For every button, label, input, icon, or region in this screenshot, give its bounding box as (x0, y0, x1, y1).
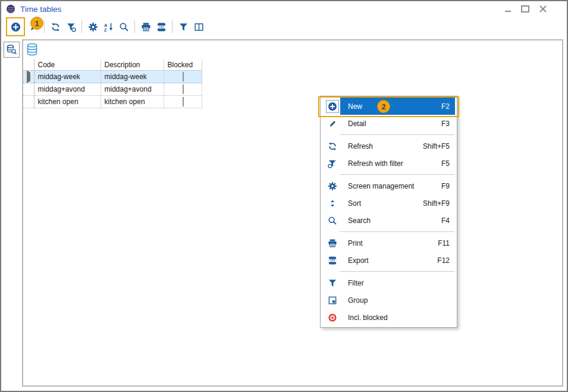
group-icon (328, 296, 337, 305)
menu-separator (340, 271, 454, 272)
blocked-checkbox[interactable] (183, 84, 184, 94)
cell-description[interactable]: middag+avond (101, 83, 164, 96)
menu-item-screen-management[interactable]: Screen managementF9 (321, 177, 457, 195)
magnifier-icon (119, 22, 129, 32)
cell-code[interactable]: middag+avond (34, 83, 101, 96)
app-window: Time tables (0, 0, 568, 392)
minimize-icon[interactable] (505, 11, 511, 12)
az-sort-icon: A Z (103, 22, 114, 32)
magnifier-icon (328, 216, 337, 225)
table-row[interactable]: kitchen open kitchen open (23, 96, 202, 108)
callout-badge-1: 1 (30, 17, 43, 30)
toolbar-separator (44, 20, 45, 33)
content-panel: Code Description Blocked middag-week mid… (22, 39, 563, 387)
plus-circle-icon (11, 22, 21, 32)
toolbar-search-button[interactable] (116, 19, 131, 35)
window-title: Time tables (20, 5, 61, 14)
columns-icon (194, 22, 204, 32)
main-area: Code Description Blocked middag-week mid… (1, 38, 567, 391)
filter-funnel-icon (328, 278, 337, 288)
cell-code[interactable]: kitchen open (34, 96, 101, 108)
row-selector-header (23, 59, 34, 71)
plus-circle-icon (326, 100, 339, 113)
menu-item-filter[interactable]: Filter (321, 274, 457, 291)
table-row[interactable]: middag-week middag-week (23, 71, 202, 83)
column-header-blocked[interactable]: Blocked (164, 59, 202, 71)
printer-icon (141, 22, 151, 32)
cell-description[interactable]: kitchen open (101, 96, 164, 108)
menu-separator (340, 231, 454, 232)
database-search-icon (6, 44, 17, 55)
svg-text:CSV: CSV (159, 26, 164, 29)
export-csv-icon: CSV (328, 256, 337, 265)
svg-text:CSV: CSV (330, 259, 335, 262)
column-header-description[interactable]: Description (101, 59, 164, 71)
toolbar-separator (134, 20, 135, 33)
menu-item-group[interactable]: Group (321, 291, 457, 309)
filter-funnel-icon (178, 22, 189, 32)
toolbar-screen-management-button[interactable] (85, 19, 101, 35)
table-row[interactable]: middag+avond middag+avond (23, 83, 202, 96)
table-header-row: Code Description Blocked (23, 59, 202, 71)
callout-badge-2: 2 (377, 100, 390, 113)
row-selector-cell[interactable] (23, 71, 34, 83)
window-controls (505, 5, 547, 12)
toolbar-refresh-button[interactable] (48, 19, 63, 35)
close-icon[interactable] (539, 5, 547, 12)
menu-item-export[interactable]: CSV ExportF12 (321, 252, 457, 269)
pencil-icon (328, 119, 337, 128)
menu-item-incl-blocked[interactable]: Incl. blocked (321, 309, 457, 326)
menu-separator (340, 134, 454, 135)
toolbar-separator (81, 20, 82, 33)
row-selector-cell[interactable] (23, 96, 34, 108)
cell-code[interactable]: middag-week (34, 71, 101, 83)
toolbar-filter-button[interactable] (175, 19, 191, 35)
menu-item-search[interactable]: SearchF4 (321, 212, 457, 229)
timetables-table: Code Description Blocked middag-week mid… (23, 59, 202, 108)
refresh-icon (51, 22, 61, 32)
panel-header (23, 40, 562, 59)
column-header-code[interactable]: Code (34, 59, 101, 71)
menu-item-sort[interactable]: SortShift+F9 (321, 195, 457, 212)
database-stack-icon (26, 43, 562, 57)
funnel-refresh-icon (328, 159, 337, 168)
export-csv-icon: CSV (156, 22, 167, 32)
cell-blocked[interactable] (164, 96, 202, 108)
blocked-target-icon (328, 313, 337, 322)
refresh-icon (328, 142, 337, 151)
menu-separator (340, 174, 454, 175)
toolbar-export-button[interactable]: CSV (153, 19, 169, 35)
sidebar (1, 42, 21, 58)
blocked-checkbox[interactable] (183, 72, 184, 81)
toolbar-sort-button[interactable]: A Z (101, 19, 116, 35)
printer-icon (328, 239, 337, 248)
toolbar-columns-button[interactable] (191, 19, 206, 35)
blocked-checkbox[interactable] (183, 97, 184, 106)
svg-text:Z: Z (104, 27, 107, 32)
toolbar: 1 (1, 17, 567, 37)
toolbar-new-button[interactable] (8, 19, 23, 35)
menu-item-refresh[interactable]: RefreshShift+F5 (321, 137, 457, 155)
gear-icon (328, 181, 337, 191)
maximize-icon[interactable] (521, 5, 529, 12)
sort-updown-icon (328, 199, 337, 208)
sidebar-browse-button[interactable] (4, 42, 20, 58)
cell-blocked[interactable] (164, 71, 202, 83)
cell-blocked[interactable] (164, 83, 202, 96)
toolbar-refresh-filter-button[interactable] (63, 19, 79, 35)
cell-description[interactable]: middag-week (101, 71, 164, 83)
context-menu: 2 NewF2 DetailF3 RefreshShift+F5 Refres (320, 96, 457, 328)
toolbar-print-button[interactable] (138, 19, 153, 35)
menu-item-refresh-with-filter[interactable]: Refresh with filterF5 (321, 155, 457, 172)
gear-icon (88, 22, 98, 32)
menu-item-print[interactable]: PrintF11 (321, 234, 457, 252)
row-selector-cell[interactable] (23, 83, 34, 96)
menu-item-detail[interactable]: DetailF3 (321, 115, 457, 132)
funnel-refresh-icon (66, 22, 76, 32)
current-row-arrow-icon (27, 71, 30, 83)
app-sphere-icon (6, 4, 15, 14)
toolbar-separator (172, 20, 172, 33)
titlebar: Time tables (1, 1, 567, 17)
callout-frame-new (6, 17, 25, 36)
